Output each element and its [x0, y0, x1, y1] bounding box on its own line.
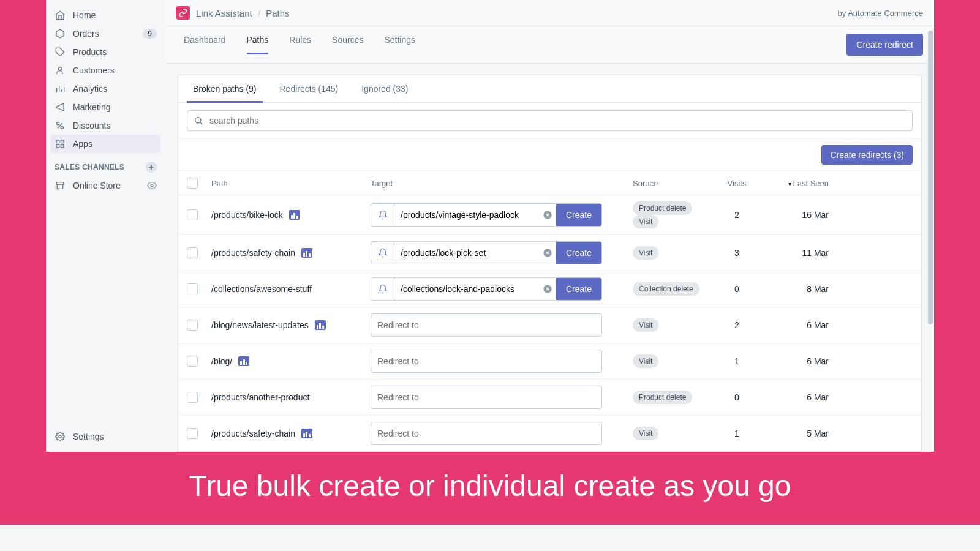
- last-seen-value: 16 Mar: [755, 210, 829, 220]
- bell-icon[interactable]: [371, 242, 394, 264]
- path-tab-1[interactable]: Redirects (145): [274, 75, 345, 102]
- home-icon: [55, 10, 66, 21]
- nav-item-products[interactable]: Products: [46, 43, 165, 61]
- table-header: Path Target Soruce Visits Last Seen: [178, 171, 921, 195]
- visits-value: 1: [718, 429, 755, 438]
- nav-item-analytics[interactable]: Analytics: [46, 80, 165, 98]
- svg-rect-9: [56, 140, 59, 143]
- search-icon: [194, 116, 203, 126]
- nav-label: Products: [73, 47, 157, 57]
- add-channel-button[interactable]: +: [146, 162, 157, 173]
- row-checkbox[interactable]: [187, 209, 198, 220]
- subnav-tab-settings[interactable]: Settings: [377, 26, 423, 63]
- target-input[interactable]: [371, 350, 602, 373]
- visits-value: 3: [718, 248, 755, 258]
- clear-icon[interactable]: [539, 242, 556, 264]
- svg-point-7: [61, 126, 63, 129]
- row-checkbox[interactable]: [187, 283, 198, 294]
- bell-icon[interactable]: [371, 278, 394, 300]
- svg-point-1: [58, 67, 61, 70]
- row-checkbox[interactable]: [187, 392, 198, 403]
- row-checkbox[interactable]: [187, 320, 198, 331]
- products-icon: [55, 47, 66, 58]
- discounts-icon: [55, 120, 66, 131]
- nav-item-customers[interactable]: Customers: [46, 61, 165, 80]
- svg-line-16: [200, 122, 202, 124]
- create-button[interactable]: Create: [556, 278, 601, 300]
- create-button[interactable]: Create: [556, 242, 601, 264]
- breadcrumb-current: Paths: [266, 8, 289, 18]
- chart-icon[interactable]: [238, 356, 249, 366]
- nav-item-discounts[interactable]: Discounts: [46, 116, 165, 135]
- search-box[interactable]: [187, 110, 913, 131]
- target-input[interactable]: [371, 386, 602, 409]
- target-input[interactable]: [394, 278, 539, 300]
- visits-value: 1: [718, 356, 755, 366]
- search-input[interactable]: [209, 116, 906, 126]
- create-redirects-bulk-button[interactable]: Create redirects (3): [821, 145, 913, 165]
- table-row: /products/safety-chainCreateVisit311 Mar: [178, 235, 921, 271]
- target-input[interactable]: [394, 204, 539, 226]
- store-icon: [55, 180, 66, 191]
- svg-line-8: [58, 123, 62, 128]
- source-tag: Product delete: [633, 201, 692, 215]
- clear-icon[interactable]: [539, 204, 556, 226]
- chart-icon[interactable]: [301, 248, 312, 258]
- bell-icon[interactable]: [371, 204, 394, 226]
- target-input-group: Create: [371, 241, 602, 264]
- source-tag: Visit: [633, 354, 658, 368]
- scrollbar[interactable]: [928, 31, 933, 446]
- gear-icon: [55, 431, 66, 442]
- channel-online-store[interactable]: Online Store: [46, 176, 165, 195]
- subnav-tab-sources[interactable]: Sources: [325, 26, 371, 63]
- chart-icon[interactable]: [289, 210, 300, 220]
- visits-value: 2: [718, 210, 755, 220]
- target-input[interactable]: [371, 313, 602, 337]
- app-name[interactable]: Link Assistant: [196, 8, 252, 18]
- byline: by Automate Commerce: [838, 9, 923, 18]
- nav-label: Orders: [73, 29, 135, 39]
- last-seen-value: 11 Mar: [755, 248, 829, 258]
- table-row: /products/another-productProduct delete0…: [178, 380, 921, 416]
- svg-point-15: [195, 118, 201, 123]
- clear-icon[interactable]: [539, 278, 556, 300]
- select-all-checkbox[interactable]: [187, 178, 198, 189]
- subnav-tab-dashboard[interactable]: Dashboard: [176, 26, 233, 63]
- analytics-icon: [55, 83, 66, 94]
- path-tab-2[interactable]: Ignored (33): [355, 75, 414, 102]
- subnav-tab-paths[interactable]: Paths: [239, 26, 276, 63]
- subnav-tab-rules[interactable]: Rules: [282, 26, 318, 63]
- row-checkbox[interactable]: [187, 356, 198, 367]
- target-input-group: Create: [371, 203, 602, 227]
- target-input-group: Create: [371, 277, 602, 301]
- sales-channels-label: SALES CHANNELS: [55, 163, 124, 171]
- col-source: Soruce: [614, 179, 718, 188]
- row-checkbox[interactable]: [187, 247, 198, 258]
- col-target: Target: [371, 179, 614, 188]
- nav-item-apps[interactable]: Apps: [51, 135, 160, 153]
- path-text: /products/another-product: [211, 392, 309, 402]
- nav-label: Home: [73, 10, 157, 20]
- nav-item-marketing[interactable]: Marketing: [46, 98, 165, 116]
- target-input[interactable]: [371, 422, 602, 445]
- table-row: /blog/news/latest-updatesVisit26 Mar: [178, 307, 921, 343]
- customers-icon: [55, 65, 66, 76]
- col-last-seen[interactable]: Last Seen: [755, 179, 829, 188]
- path-text: /blog/: [211, 356, 232, 366]
- create-redirect-button[interactable]: Create redirect: [846, 34, 923, 56]
- create-button[interactable]: Create: [556, 204, 601, 226]
- chart-icon[interactable]: [301, 429, 312, 438]
- settings-nav[interactable]: Settings: [46, 427, 165, 446]
- row-checkbox[interactable]: [187, 428, 198, 439]
- chart-icon[interactable]: [315, 320, 326, 330]
- nav-item-orders[interactable]: Orders9: [46, 24, 165, 43]
- sidebar: HomeOrders9ProductsCustomersAnalyticsMar…: [46, 0, 165, 452]
- last-seen-value: 6 Mar: [755, 392, 829, 402]
- table-row: /blog/Visit16 Mar: [178, 343, 921, 380]
- source-tag: Visit: [633, 318, 658, 332]
- path-tab-0[interactable]: Broken paths (9): [187, 75, 263, 102]
- target-input[interactable]: [394, 242, 539, 264]
- eye-icon[interactable]: [147, 181, 157, 190]
- nav-item-home[interactable]: Home: [46, 6, 165, 24]
- nav-label: Analytics: [73, 84, 157, 94]
